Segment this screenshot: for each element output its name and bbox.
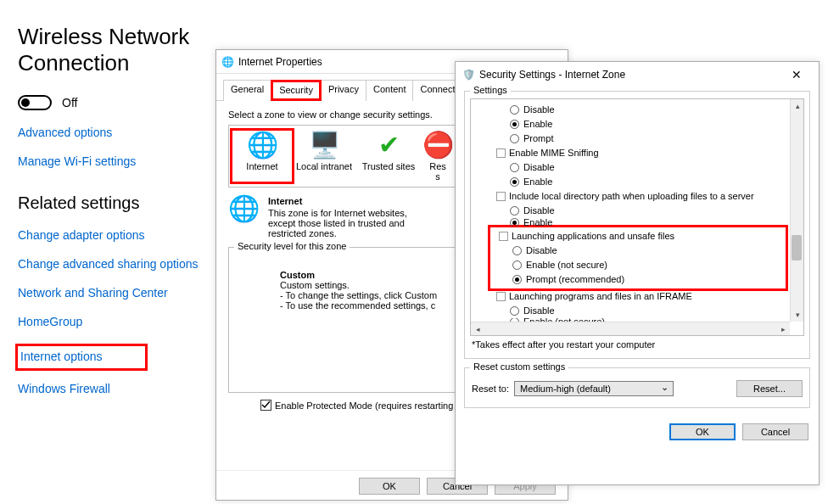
ss-cancel-button[interactable]: Cancel (742, 423, 808, 440)
link-windows-firewall[interactable]: Windows Firewall (18, 382, 213, 395)
reset-group-title: Reset custom settings (470, 361, 568, 372)
page-title: Wireless Network Connection (18, 24, 213, 76)
ss-titlebar[interactable]: 🛡️ Security Settings - Internet Zone ✕ (456, 62, 819, 87)
wifi-toggle-row: Off (18, 95, 213, 110)
radio-mime-disable[interactable]: Disable (488, 160, 788, 175)
scrollbar-thumb[interactable] (792, 235, 802, 260)
radio-prompt[interactable]: Prompt (488, 132, 788, 146)
tab-content[interactable]: Content (366, 80, 414, 101)
scroll-down-icon[interactable]: ▾ (791, 308, 804, 322)
checkmark-icon: ✔ (356, 131, 421, 161)
zone-trusted-label: Trusted sites (356, 161, 421, 171)
tree-include-local-path: Include local directory path when upload… (488, 189, 788, 204)
reset-to-select[interactable]: Medium-high (default) (514, 381, 674, 396)
internet-options-icon: 🌐 (221, 56, 234, 68)
tree-launching-iframe: Launching programs and files in an IFRAM… (488, 289, 788, 304)
scroll-up-icon[interactable]: ▴ (791, 99, 804, 113)
radio-local-disable[interactable]: Disable (488, 204, 788, 218)
ip-ok-button[interactable]: OK (359, 478, 420, 495)
tree-mime-sniffing: Enable MIME Sniffing (488, 146, 788, 160)
zone-internet[interactable]: 🌐 Internet (230, 128, 294, 184)
settings-tree[interactable]: Disable Enable Prompt Enable MIME Sniffi… (470, 98, 804, 336)
wifi-toggle-label: Off (62, 96, 77, 109)
reset-button[interactable]: Reset... (736, 380, 803, 397)
scroll-left-icon[interactable]: ◂ (471, 322, 484, 336)
ss-settings-group-title: Settings (470, 85, 511, 95)
reset-to-label: Reset to: (472, 384, 509, 394)
radio-enable[interactable]: Enable (488, 117, 788, 132)
ss-dialog-footer: OK Cancel (456, 417, 819, 440)
checkbox-checked-icon (260, 400, 271, 411)
link-homegroup[interactable]: HomeGroup (18, 315, 213, 328)
zone-restricted-prefix: Res (421, 161, 455, 171)
link-change-adapter[interactable]: Change adapter options (18, 228, 213, 242)
radio-mime-enable[interactable]: Enable (488, 175, 788, 189)
related-settings-title: Related settings (18, 193, 213, 213)
scroll-right-icon[interactable]: ▸ (776, 322, 790, 336)
tab-general[interactable]: General (223, 80, 271, 101)
zone-trusted-sites[interactable]: ✔ Trusted sites (356, 131, 421, 182)
security-level-group-title: Security level for this zone (234, 241, 350, 251)
zone-restricted-suffix: s (421, 171, 455, 182)
zone-intranet-label: Local intranet (292, 161, 356, 171)
launching-apps-highlight-box: Launching applications and unsafe files … (488, 225, 788, 291)
zone-local-intranet[interactable]: 🖥️ Local intranet (292, 131, 356, 182)
radio-iframe-disable[interactable]: Disable (488, 304, 788, 318)
monitor-icon: 🖥️ (292, 131, 356, 161)
radio-launch-enable[interactable]: Enable (not secure) (490, 258, 786, 272)
tab-privacy[interactable]: Privacy (321, 80, 366, 101)
radio-launch-prompt[interactable]: Prompt (recommended) (490, 272, 786, 287)
vertical-scrollbar[interactable]: ▴ ▾ (790, 99, 803, 322)
radio-disable[interactable]: Disable (488, 103, 788, 117)
tab-security[interactable]: Security (271, 80, 322, 101)
ss-ok-button[interactable]: OK (669, 423, 736, 440)
link-network-sharing-center[interactable]: Network and Sharing Center (18, 286, 213, 300)
ss-settings-group: Settings Disable Enable Prompt Enable MI… (464, 91, 810, 359)
zone-restricted-sites[interactable]: ⛔ Res s (421, 131, 455, 182)
link-internet-options[interactable]: Internet options (15, 344, 148, 371)
close-icon[interactable]: ✕ (781, 68, 812, 81)
shield-icon: 🛡️ (462, 69, 475, 81)
link-advanced-options[interactable]: Advanced options (18, 126, 213, 139)
wifi-toggle[interactable] (18, 95, 52, 110)
link-manage-wifi[interactable]: Manage Wi-Fi settings (18, 154, 213, 168)
radio-launch-disable[interactable]: Disable (490, 244, 786, 258)
tree-launching-apps: Launching applications and unsafe files (490, 229, 786, 244)
zone-internet-label: Internet (232, 161, 292, 171)
security-settings-dialog: 🛡️ Security Settings - Internet Zone ✕ S… (455, 61, 820, 485)
reset-custom-settings-group: Reset custom settings Reset to: Medium-h… (464, 367, 810, 408)
globe-icon: 🌐 (232, 131, 292, 161)
no-entry-icon: ⛔ (421, 131, 455, 161)
ss-dialog-title: Security Settings - Internet Zone (479, 69, 781, 81)
protected-mode-label: Enable Protected Mode (requires restarti… (275, 400, 458, 411)
link-change-sharing[interactable]: Change advanced sharing options (18, 257, 213, 271)
restart-note: *Takes effect after you restart your com… (470, 336, 804, 353)
wifi-settings-panel: Wireless Network Connection Off Advanced… (18, 24, 213, 411)
globe-icon: 🌐 (228, 196, 260, 238)
horizontal-scrollbar[interactable]: ◂ ▸ (471, 322, 790, 335)
